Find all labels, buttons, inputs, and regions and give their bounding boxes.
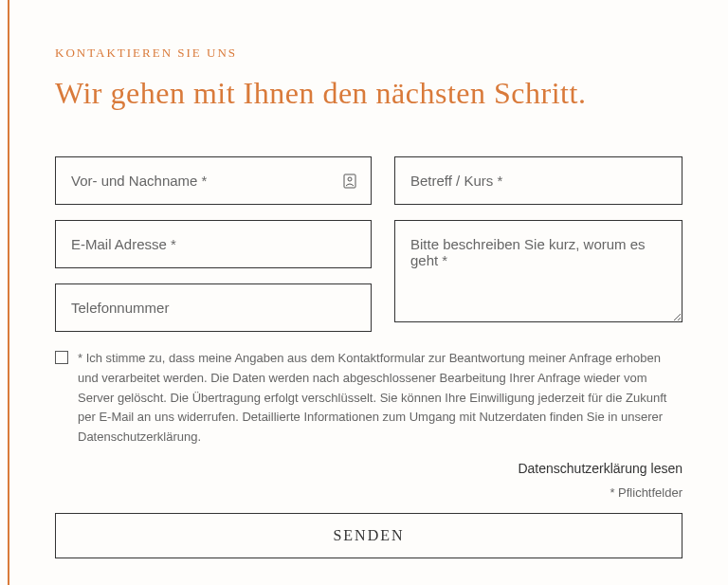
page-heading: Wir gehen mit Ihnen den nächsten Schritt… <box>55 76 682 111</box>
consent-checkbox[interactable] <box>55 351 68 364</box>
phone-input[interactable] <box>55 283 372 332</box>
message-textarea[interactable] <box>394 220 682 322</box>
submit-button[interactable]: SENDEN <box>55 513 682 558</box>
privacy-policy-link[interactable]: Datenschutzerklärung lesen <box>55 461 682 476</box>
form-row-2 <box>55 220 682 332</box>
email-input[interactable] <box>55 220 372 268</box>
eyebrow-label: KONTAKTIEREN SIE UNS <box>55 46 682 61</box>
form-row-1 <box>55 156 682 205</box>
consent-text: * Ich stimme zu, dass meine Angaben aus … <box>78 349 682 448</box>
contact-form-container: KONTAKTIEREN SIE UNS Wir gehen mit Ihnen… <box>8 0 728 585</box>
required-fields-note: * Pflichtfelder <box>55 485 682 500</box>
name-input[interactable] <box>55 156 372 205</box>
consent-block: * Ich stimme zu, dass meine Angaben aus … <box>55 349 682 448</box>
subject-input[interactable] <box>394 156 682 205</box>
